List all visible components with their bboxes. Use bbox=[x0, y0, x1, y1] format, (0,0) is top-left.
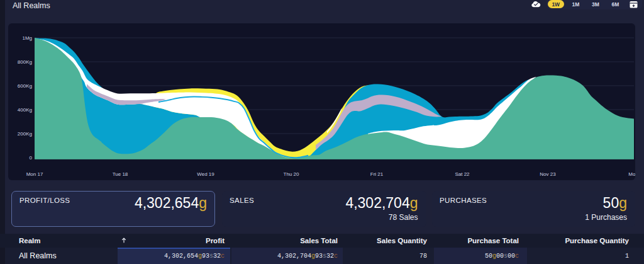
svg-text:Thu 20: Thu 20 bbox=[284, 171, 299, 177]
svg-text:Fri 21: Fri 21 bbox=[370, 171, 384, 177]
svg-text:Mon: Mon bbox=[628, 171, 635, 177]
svg-text:Mon 17: Mon 17 bbox=[26, 171, 43, 177]
svg-text:Sat 22: Sat 22 bbox=[455, 171, 470, 177]
svg-text:400Kg: 400Kg bbox=[18, 107, 32, 113]
svg-text:800Kg: 800Kg bbox=[18, 59, 32, 65]
svg-text:Wed 19: Wed 19 bbox=[197, 171, 214, 177]
svg-text:1Mg: 1Mg bbox=[22, 35, 32, 41]
svg-text:200Kg: 200Kg bbox=[18, 131, 32, 137]
svg-text:0: 0 bbox=[30, 155, 33, 161]
svg-text:600Kg: 600Kg bbox=[18, 83, 32, 89]
svg-text:Tue 18: Tue 18 bbox=[113, 171, 128, 177]
svg-text:Nov 23: Nov 23 bbox=[540, 171, 556, 177]
